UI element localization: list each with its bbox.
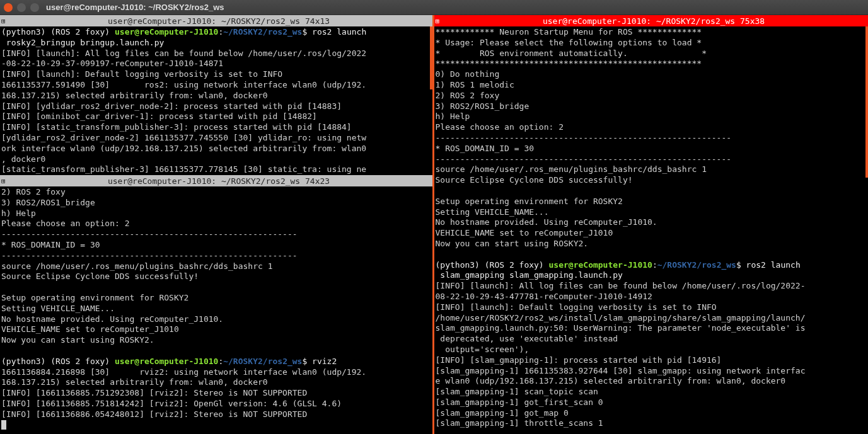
terminal-output-right[interactable]: ************ Neuron Startup Menu for ROS…: [434, 26, 869, 430]
minimize-icon[interactable]: [17, 3, 26, 12]
grid-icon: ⊞: [1, 177, 6, 185]
pane-title-top-left[interactable]: ⊞ user@reComputer-J1010: ~/ROSKY2/ros2_w…: [0, 15, 432, 26]
left-column: ⊞ user@reComputer-J1010: ~/ROSKY2/ros2_w…: [0, 15, 434, 434]
window-title: user@reComputer-J1010: ~/ROSKY2/ros2_ws: [46, 3, 224, 12]
pane-title-right[interactable]: ⊞ user@reComputer-J1010: ~/ROSKY2/ros2_w…: [434, 15, 869, 26]
cursor: [1, 420, 6, 430]
pane-right[interactable]: ⊞ user@reComputer-J1010: ~/ROSKY2/ros2_w…: [434, 15, 869, 434]
maximize-icon[interactable]: [30, 3, 39, 12]
terminal-output-top-left[interactable]: (python3) (ROS 2 foxy) user@reComputer-J…: [0, 26, 432, 175]
scrollbar-top-left[interactable]: [430, 26, 432, 89]
terminal-grid: ⊞ user@reComputer-J1010: ~/ROSKY2/ros2_w…: [0, 15, 868, 434]
grid-icon: ⊞: [436, 17, 440, 25]
scrollbar-right[interactable]: [865, 26, 868, 178]
pane-bottom-left[interactable]: ⊞ user@reComputer-J1010: ~/ROSKY2/ros2_w…: [0, 175, 432, 434]
close-icon[interactable]: [4, 3, 13, 12]
window-titlebar: user@reComputer-J1010: ~/ROSKY2/ros2_ws: [0, 0, 868, 15]
grid-icon: ⊞: [1, 17, 6, 25]
pane-title-bottom-left[interactable]: ⊞ user@reComputer-J1010: ~/ROSKY2/ros2_w…: [0, 175, 432, 186]
terminal-output-bottom-left[interactable]: 2) ROS 2 foxy 3) ROS2/ROS1_bridge h) Hel…: [0, 186, 432, 431]
pane-top-left[interactable]: ⊞ user@reComputer-J1010: ~/ROSKY2/ros2_w…: [0, 15, 432, 175]
right-column: ⊞ user@reComputer-J1010: ~/ROSKY2/ros2_w…: [434, 15, 869, 434]
